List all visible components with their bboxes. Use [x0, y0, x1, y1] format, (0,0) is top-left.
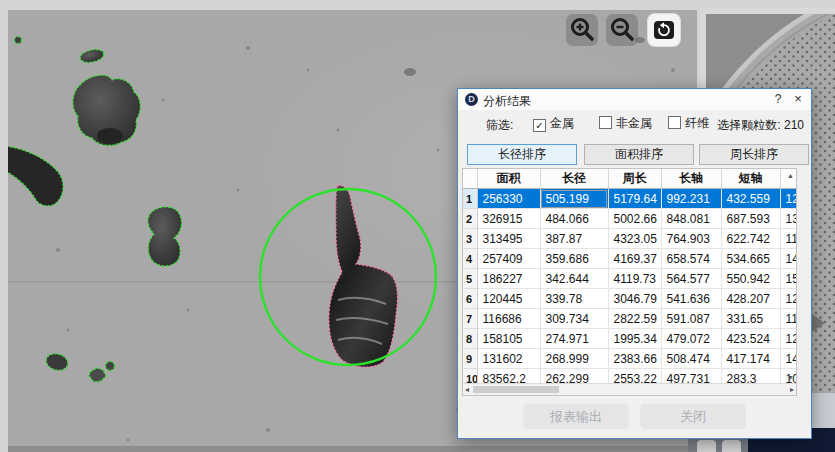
table-cell[interactable]: 186227 [477, 269, 540, 289]
table-cell[interactable]: 658.574 [661, 249, 721, 269]
table-cell[interactable]: 591.087 [661, 309, 721, 329]
table-cell[interactable]: 479.072 [661, 329, 721, 349]
reset-view-button[interactable] [648, 14, 680, 46]
table-cell[interactable]: 13653 [780, 209, 797, 229]
table-cell[interactable]: 131602 [477, 349, 540, 369]
table-cell[interactable]: 331.65 [721, 309, 780, 329]
table-cell[interactable]: 622.742 [721, 229, 780, 249]
table-cell[interactable]: 268.999 [540, 349, 608, 369]
results-table[interactable]: 面积长径周长长轴短轴坐 1256330505.1995179.64992.231… [462, 168, 797, 396]
zoom-in-button[interactable] [566, 14, 598, 46]
column-header[interactable]: 长轴 [661, 169, 721, 189]
table-cell[interactable]: 432.559 [721, 189, 780, 209]
table-cell[interactable]: 4169.37 [608, 249, 661, 269]
column-header[interactable]: 短轴 [721, 169, 780, 189]
table-cell[interactable]: 313495 [477, 229, 540, 249]
table-cell[interactable]: 848.081 [661, 209, 721, 229]
table-cell[interactable]: 5002.66 [608, 209, 661, 229]
table-cell[interactable]: 14829.5 [780, 349, 797, 369]
table-row[interactable]: 4257409359.6864169.37658.574534.66514504… [463, 249, 797, 269]
table-cell[interactable]: 417.174 [721, 349, 780, 369]
table-row[interactable]: 5186227342.6444119.73564.577550.94215703… [463, 269, 797, 289]
table-cell[interactable]: 12241.5 [780, 189, 797, 209]
scroll-left-icon[interactable]: ◂ [465, 384, 469, 395]
dialog-titlebar[interactable]: D 分析结果 ? × [458, 89, 811, 110]
table-cell[interactable]: 120445 [477, 289, 540, 309]
table-cell[interactable]: 428.207 [721, 289, 780, 309]
table-cell[interactable]: 12705.9 [780, 329, 797, 349]
particle-speck[interactable] [15, 37, 22, 44]
row-number: 3 [463, 229, 477, 249]
sort-button-1[interactable]: 长径排序 [467, 144, 577, 165]
tray-button[interactable] [697, 440, 716, 452]
checkbox-icon[interactable] [599, 116, 612, 129]
filter-option-2[interactable]: 非金属 [599, 115, 652, 132]
table-cell[interactable]: 15703.5 [780, 269, 797, 289]
table-cell[interactable]: 387.87 [540, 229, 608, 249]
table-cell[interactable]: 256330 [477, 189, 540, 209]
table-row[interactable]: 9131602268.9992383.66508.474417.17414829… [463, 349, 797, 369]
table-cell[interactable]: 11396.5 [780, 309, 797, 329]
scrollbar-thumb[interactable] [473, 386, 559, 393]
table-cell[interactable]: 257409 [477, 249, 540, 269]
table-cell[interactable]: 14504.2 [780, 249, 797, 269]
zoom-out-button[interactable] [606, 14, 638, 46]
table-row[interactable]: 6120445339.783046.79541.636428.20712068.… [463, 289, 797, 309]
checkbox-checked-icon[interactable]: ✓ [533, 119, 546, 132]
scroll-right-icon[interactable]: ▸ [790, 384, 794, 395]
report-export-button[interactable]: 报表输出 [523, 404, 629, 429]
table-cell[interactable]: 687.593 [721, 209, 780, 229]
scroll-down-icon[interactable]: ▼ [787, 374, 794, 381]
table-cell[interactable]: 309.734 [540, 309, 608, 329]
table-cell[interactable]: 359.686 [540, 249, 608, 269]
column-header[interactable]: 面积 [477, 169, 540, 189]
table-cell[interactable]: 5179.64 [608, 189, 661, 209]
table-cell[interactable]: 423.524 [721, 329, 780, 349]
table-cell[interactable]: 11985 [780, 229, 797, 249]
table-cell[interactable]: 4323.05 [608, 229, 661, 249]
table-cell[interactable]: 541.636 [661, 289, 721, 309]
table-cell[interactable]: 12068.5 [780, 289, 797, 309]
table-cell[interactable]: 550.942 [721, 269, 780, 289]
table-cell[interactable]: 274.971 [540, 329, 608, 349]
filter-option-1[interactable]: ✓金属 [533, 115, 574, 132]
column-header[interactable]: 长径 [540, 169, 608, 189]
table-row[interactable]: 8158105274.9711995.34479.072423.52412705… [463, 329, 797, 349]
horizontal-scrollbar[interactable]: ◂ ▸ [463, 383, 796, 395]
checkbox-icon[interactable] [668, 116, 681, 129]
table-cell[interactable]: 764.903 [661, 229, 721, 249]
scroll-up-icon[interactable]: ▲ [787, 172, 794, 179]
table-cell[interactable]: 505.199 [540, 189, 608, 209]
sort-button-3[interactable]: 周长排序 [699, 144, 809, 165]
table-cell[interactable]: 2822.59 [608, 309, 661, 329]
tray-button[interactable] [722, 440, 741, 452]
table-cell[interactable]: 2383.66 [608, 349, 661, 369]
app-icon: D [465, 93, 478, 106]
particle-tiny[interactable] [106, 362, 115, 371]
table-row[interactable]: 2326915484.0665002.66848.081687.59313653 [463, 209, 797, 229]
table-cell[interactable]: 116686 [477, 309, 540, 329]
table-cell[interactable]: 1995.34 [608, 329, 661, 349]
particle-double-blob[interactable] [148, 207, 182, 266]
table-cell[interactable]: 534.665 [721, 249, 780, 269]
table-cell[interactable]: 158105 [477, 329, 540, 349]
close-button[interactable]: 关闭 [640, 404, 746, 429]
table-cell[interactable]: 326915 [477, 209, 540, 229]
table-cell[interactable]: 508.474 [661, 349, 721, 369]
table-cell[interactable]: 992.231 [661, 189, 721, 209]
table-cell[interactable]: 564.577 [661, 269, 721, 289]
table-row[interactable]: 7116686309.7342822.59591.087331.6511396.… [463, 309, 797, 329]
table-cell[interactable]: 4119.73 [608, 269, 661, 289]
table-row[interactable]: 3313495387.874323.05764.903622.74211985 [463, 229, 797, 249]
close-icon[interactable]: × [790, 91, 806, 106]
panel-expand-arrow-icon[interactable] [812, 314, 825, 332]
table-cell[interactable]: 342.644 [540, 269, 608, 289]
column-header[interactable]: 周长 [608, 169, 661, 189]
table-cell[interactable]: 339.78 [540, 289, 608, 309]
table-cell[interactable]: 3046.79 [608, 289, 661, 309]
table-cell[interactable]: 484.066 [540, 209, 608, 229]
filter-option-3[interactable]: 纤维 [668, 115, 709, 132]
sort-button-2[interactable]: 面积排序 [584, 144, 694, 165]
table-row[interactable]: 1256330505.1995179.64992.231432.55912241… [463, 189, 797, 209]
help-button[interactable]: ? [771, 92, 785, 106]
